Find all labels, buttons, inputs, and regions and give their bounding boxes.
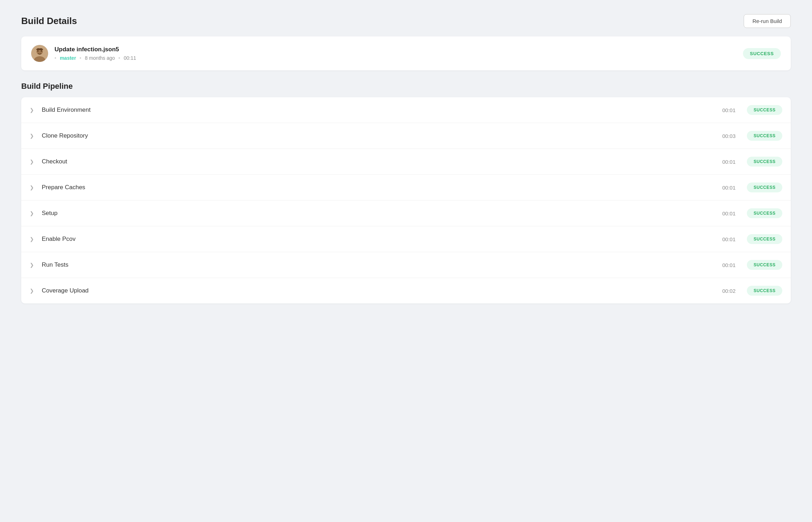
pipeline-row: ❯ Checkout 00:01 SUCCESS — [21, 149, 791, 175]
chevron-right-icon[interactable]: ❯ — [30, 159, 37, 164]
pipeline-status-badge: SUCCESS — [747, 286, 782, 296]
pipeline-status-badge: SUCCESS — [747, 260, 782, 270]
page-header: Build Details Re-run Build — [21, 14, 791, 28]
pipeline-duration: 00:01 — [722, 236, 736, 242]
pipeline-row: ❯ Run Tests 00:01 SUCCESS — [21, 252, 791, 278]
meta-dot-1: • — [55, 55, 56, 61]
chevron-right-icon[interactable]: ❯ — [30, 185, 37, 190]
chevron-right-icon[interactable]: ❯ — [30, 133, 37, 139]
meta-dot-2: • — [80, 55, 81, 61]
avatar — [31, 45, 48, 62]
build-info-left: Update infection.json5 • master • 8 mont… — [31, 45, 136, 62]
build-duration: 00:11 — [124, 55, 136, 61]
chevron-right-icon[interactable]: ❯ — [30, 107, 37, 113]
branch-label: master — [60, 55, 76, 61]
pipeline-status-badge: SUCCESS — [747, 131, 782, 141]
pipeline-card: ❯ Build Environment 00:01 SUCCESS ❯ Clon… — [21, 97, 791, 303]
pipeline-duration: 00:01 — [722, 159, 736, 165]
pipeline-duration: 00:02 — [722, 288, 736, 294]
chevron-right-icon[interactable]: ❯ — [30, 236, 37, 242]
chevron-right-icon[interactable]: ❯ — [30, 210, 37, 216]
pipeline-step-name: Coverage Upload — [42, 287, 717, 294]
meta-dot-3: • — [119, 55, 120, 61]
pipeline-status-badge: SUCCESS — [747, 105, 782, 115]
pipeline-status-badge: SUCCESS — [747, 182, 782, 192]
svg-point-4 — [41, 50, 42, 52]
pipeline-row: ❯ Setup 00:01 SUCCESS — [21, 201, 791, 226]
pipeline-duration: 00:01 — [722, 262, 736, 268]
pipeline-status-badge: SUCCESS — [747, 208, 782, 218]
rerun-build-button[interactable]: Re-run Build — [744, 14, 791, 28]
pipeline-duration: 00:01 — [722, 210, 736, 216]
chevron-right-icon[interactable]: ❯ — [30, 262, 37, 268]
time-ago: 8 months ago — [85, 55, 115, 61]
pipeline-status-badge: SUCCESS — [747, 157, 782, 167]
pipeline-row: ❯ Enable Pcov 00:01 SUCCESS — [21, 226, 791, 252]
pipeline-duration: 00:01 — [722, 185, 736, 191]
pipeline-section: Build Pipeline ❯ Build Environment 00:01… — [21, 82, 791, 303]
build-meta: • master • 8 months ago • 00:11 — [55, 55, 136, 61]
svg-point-3 — [37, 50, 39, 52]
pipeline-step-name: Setup — [42, 210, 717, 217]
pipeline-step-name: Clone Repository — [42, 132, 717, 139]
pipeline-row: ❯ Prepare Caches 00:01 SUCCESS — [21, 175, 791, 201]
build-status-badge: SUCCESS — [743, 48, 781, 59]
pipeline-section-title: Build Pipeline — [21, 82, 791, 91]
build-info-card: Update infection.json5 • master • 8 mont… — [21, 36, 791, 70]
build-info-text: Update infection.json5 • master • 8 mont… — [55, 46, 136, 61]
pipeline-row: ❯ Coverage Upload 00:02 SUCCESS — [21, 278, 791, 303]
page-title: Build Details — [21, 16, 77, 27]
pipeline-step-name: Prepare Caches — [42, 184, 717, 191]
pipeline-step-name: Enable Pcov — [42, 236, 717, 243]
pipeline-duration: 00:03 — [722, 133, 736, 139]
pipeline-step-name: Run Tests — [42, 261, 717, 268]
pipeline-duration: 00:01 — [722, 107, 736, 113]
commit-message: Update infection.json5 — [55, 46, 136, 53]
pipeline-row: ❯ Build Environment 00:01 SUCCESS — [21, 97, 791, 123]
pipeline-row: ❯ Clone Repository 00:03 SUCCESS — [21, 123, 791, 149]
pipeline-step-name: Checkout — [42, 158, 717, 165]
chevron-right-icon[interactable]: ❯ — [30, 288, 37, 294]
pipeline-status-badge: SUCCESS — [747, 234, 782, 244]
pipeline-step-name: Build Environment — [42, 106, 717, 114]
